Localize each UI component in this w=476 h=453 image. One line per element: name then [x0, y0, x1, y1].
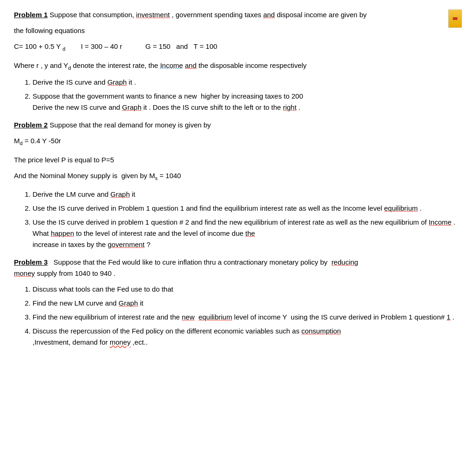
reducing-underline: reducing	[331, 258, 358, 266]
sub-d1: d	[63, 46, 66, 52]
problem3-title: Problem 3	[14, 258, 48, 266]
graph-underline4: Graph	[119, 299, 138, 307]
problem2-list: Derive the LM curve and Graph it Use the…	[33, 189, 462, 250]
and-underline: and	[263, 11, 275, 19]
and-underline2: and	[185, 61, 197, 69]
problem2-title: Problem 2	[14, 121, 48, 129]
income-dotted: Income	[160, 61, 183, 69]
problem3-section: Problem 3 Suppose that the Fed would lik…	[14, 257, 462, 348]
graph-underline1: Graph	[107, 78, 127, 86]
problem1-list: Derive the IS curve and Graph it . Suppo…	[33, 77, 462, 113]
problem1-title: Problem 1	[14, 11, 48, 19]
graph-underline3: Graph	[111, 190, 130, 198]
problem2-intro-text: Suppose that the real demand for money i…	[50, 121, 211, 129]
government-underline: government	[108, 240, 145, 248]
problem2-item1: Derive the LM curve and Graph it	[33, 189, 462, 200]
sub-d2: d	[68, 65, 71, 71]
problem2-intro: Problem 2 Suppose that the real demand f…	[14, 120, 462, 131]
investment-underline: investment	[136, 11, 170, 19]
new-underline: new	[182, 313, 195, 321]
problem1-where: Where r , y and Yd denote the interest r…	[14, 60, 462, 73]
problem1-intro-text: Suppose that consumption, investment , g…	[50, 11, 367, 19]
problem3-item4: Discuss the repercussion of the Fed poli…	[33, 326, 462, 348]
the-underline: the	[245, 229, 255, 237]
toolbar-icon[interactable]	[448, 9, 462, 28]
equilibrium-underline2: equilibrium	[198, 313, 232, 321]
money-underline: money	[14, 269, 35, 277]
problem3-intro: Problem 3 Suppose that the Fed would lik…	[14, 257, 462, 279]
problem3-item3: Find the new equilibrium of interest rat…	[33, 312, 462, 323]
problem2-section: Problem 2 Suppose that the real demand f…	[14, 120, 462, 250]
problem1-equations: C= 100 + 0.5 Y d I = 300 – 40 r G = 150 …	[14, 41, 462, 53]
problem3-item1: Discuss what tools can the Fed use to do…	[33, 284, 462, 295]
problem3-item2: Find the new LM curve and Graph it	[33, 298, 462, 309]
right-underline: right	[283, 103, 297, 111]
problem2-item2: Use the IS curve derived in Problem 1 qu…	[33, 203, 462, 214]
sub-d3: d	[20, 140, 23, 146]
problem1-item2: Suppose that the government wants to fin…	[33, 91, 462, 113]
problem2-item3: Use the IS curve derived in problem 1 qu…	[33, 217, 462, 250]
consumption-underline: consumption	[301, 327, 341, 335]
problem2-nominal: And the Nominal Money supply is given by…	[14, 170, 462, 183]
income-underline2: Income	[429, 218, 451, 226]
equilibrium-underline1: equilibrium	[384, 204, 418, 212]
problem1-subtext: the following equations	[14, 25, 462, 36]
happen-underline: happen	[51, 229, 74, 237]
problem1-item1: Derive the IS curve and Graph it .	[33, 77, 462, 88]
sub-s1: s	[155, 175, 158, 181]
page: Problem 1 Suppose that consumption, inve…	[14, 9, 462, 453]
problem2-price: The price level P is equal to P=5	[14, 154, 462, 166]
problem2-md-eq: Md = 0.4 Y -50r	[14, 135, 462, 148]
problem1-section: Problem 1 Suppose that consumption, inve…	[14, 9, 462, 113]
graph-underline2: Graph	[122, 103, 142, 111]
problem3-intro-text: Suppose that the Fed would like to cure …	[50, 258, 358, 266]
problem3-list: Discuss what tools can the Fed use to do…	[33, 284, 462, 348]
money-wavy: money	[110, 338, 131, 346]
problem1-intro: Problem 1 Suppose that consumption, inve…	[14, 9, 462, 20]
one-underline: 1	[447, 313, 450, 321]
